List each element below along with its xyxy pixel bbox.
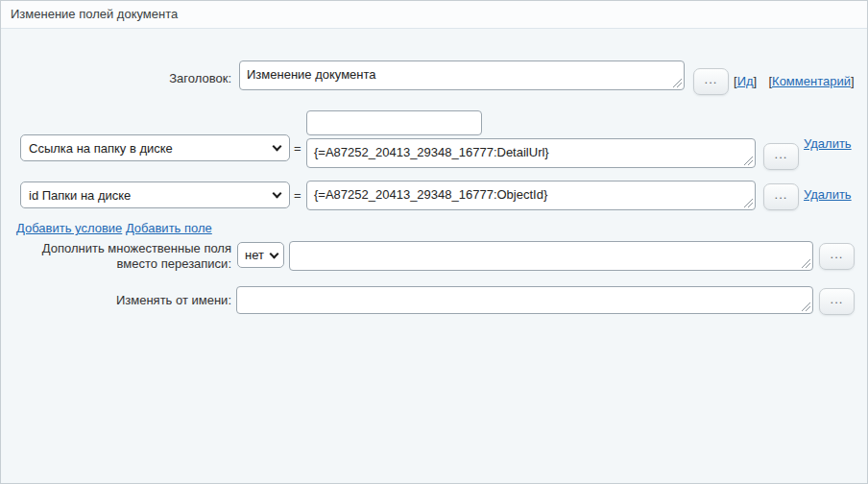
modify-as-textarea[interactable] (236, 286, 813, 314)
multiple-fields-label: Дополнить множественные поля вместо пере… (1, 241, 231, 272)
add-links: Добавить условие Добавить поле (16, 221, 212, 235)
add-field-link[interactable]: Добавить поле (126, 221, 212, 235)
resize-grip-icon[interactable] (673, 79, 682, 87)
field-value-textarea-wrap: {=A87252_20413_29348_16777:ObjectId} (306, 181, 756, 210)
title-ellipsis-button[interactable]: ... (693, 68, 729, 95)
field-extra-input[interactable] (306, 110, 482, 135)
title-links: [Ид] [Комментарий] (734, 74, 855, 88)
equals-sign: = (294, 188, 301, 203)
multiple-select-wrap: нет (237, 242, 284, 268)
modify-as-textarea-wrap (236, 286, 813, 314)
field-value-textarea[interactable]: {=A87252_20413_29348_16777:ObjectId} (306, 181, 756, 210)
field-ellipsis-button[interactable]: ... (763, 183, 799, 210)
comment-link[interactable]: Комментарий (772, 74, 851, 88)
field-select-folder-id[interactable]: id Папки на диске (20, 182, 290, 208)
panel-title: Изменение полей документа (1, 1, 867, 29)
resize-grip-icon[interactable] (744, 199, 753, 207)
field-select-wrap: Ссылка на папку в диске (20, 134, 290, 161)
title-textarea-wrap: Изменение документа (239, 60, 685, 90)
multiple-fields-select[interactable]: нет (237, 242, 284, 268)
resize-grip-icon[interactable] (744, 157, 753, 165)
resize-grip-icon[interactable] (802, 259, 810, 268)
title-textarea[interactable]: Изменение документа (239, 60, 685, 90)
field-ellipsis-button[interactable]: ... (763, 143, 799, 170)
equals-sign: = (294, 141, 301, 156)
multiple-ellipsis-button[interactable]: ... (819, 243, 855, 270)
id-bracket-close: ] (754, 74, 758, 88)
field-delete-link[interactable]: Удалить (804, 187, 852, 202)
resize-grip-icon[interactable] (802, 302, 810, 311)
modify-as-label: Изменять от имени: (1, 293, 231, 308)
id-link[interactable]: Ид (737, 74, 754, 88)
add-condition-link[interactable]: Добавить условие (16, 221, 122, 235)
multiple-fields-textarea[interactable] (289, 241, 813, 271)
title-label: Заголовок: (1, 71, 231, 86)
document-fields-edit-panel: Изменение полей документа Заголовок: Изм… (0, 0, 868, 484)
field-select-wrap: id Папки на диске (20, 182, 290, 208)
multiple-textarea-wrap (289, 241, 813, 271)
comment-bracket-close: ] (851, 74, 855, 88)
field-value-textarea[interactable]: {=A87252_20413_29348_16777:DetailUrl} (306, 138, 756, 168)
field-value-textarea-wrap: {=A87252_20413_29348_16777:DetailUrl} (306, 138, 756, 168)
multiple-fields-label-line2: вместо перезаписи: (1, 256, 231, 272)
modify-as-ellipsis-button[interactable]: ... (819, 288, 855, 315)
field-select-folder-link[interactable]: Ссылка на папку в диске (20, 134, 290, 161)
field-delete-link[interactable]: Удалить (804, 136, 852, 151)
multiple-fields-label-line1: Дополнить множественные поля (1, 241, 231, 256)
